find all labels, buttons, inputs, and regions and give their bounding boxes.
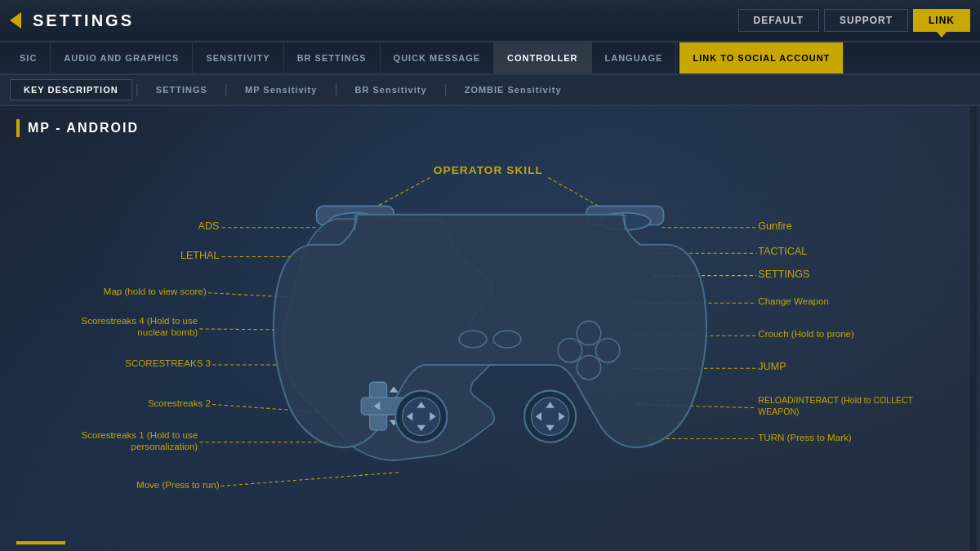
label-reload-1: RELOAD/INTERACT (Hold to COLLECT [758,395,913,405]
label-reload-2: WEAPON) [758,407,799,416]
subtab-mp-sensitivity[interactable]: MP Sensitivity [231,79,331,100]
label-operator-skill: OPERATOR SKILL [434,164,543,176]
separator-3: | [334,82,337,97]
controller-body [274,206,706,460]
tab-language[interactable]: LANGUAGE [592,42,677,73]
label-map: Map (hold to view score) [104,287,207,296]
support-button[interactable]: SUPPORT [824,9,908,32]
label-ads: ADS [198,220,220,232]
back-icon [10,12,21,29]
label-scorestreaks1-1: Scorestreaks 1 (Hold to use [82,430,198,440]
label-jump: JUMP [758,361,786,372]
subtab-zombie-sensitivity[interactable]: ZOMBIE Sensitivity [451,79,576,100]
tab-quick-message[interactable]: QUICK MESSAGE [381,42,495,73]
label-crouch: Crouch (Hold to prone) [758,329,854,339]
label-turn: TURN (Press to Mark) [758,433,851,442]
separator-1: | [136,82,139,97]
svg-line-9 [221,473,400,487]
sub-tabs: KEY DESCRIPTION | SETTINGS | MP Sensitiv… [0,75,980,106]
svg-point-40 [577,321,600,344]
separator-4: | [444,82,448,97]
nav-tabs: SIC AUDIO AND GRAPHICS SENSITIVITY BR SE… [0,42,980,75]
tab-sensitivity[interactable]: SENSITIVITY [193,42,283,73]
tab-audio[interactable]: AUDIO AND GRAPHICS [51,42,193,73]
label-scorestreaks4-2: nuclear bomb) [137,327,198,337]
subtab-key-description[interactable]: KEY DESCRIPTION [10,79,132,100]
label-scorestreaks3: SCORESTREAKS 3 [125,358,211,368]
label-gunfire: Gunfire [758,220,791,232]
tab-sic[interactable]: SIC [7,42,51,73]
section-title-text: MP - ANDROID [28,121,139,136]
subtab-br-sensitivity[interactable]: BR Sensitivity [341,79,441,100]
page-title: SETTINGS [33,11,134,30]
svg-point-42 [577,355,600,379]
separator-2: | [225,82,228,97]
main-content: MP - ANDROID OPERATOR SKILL ADS LETHAL M… [0,106,980,551]
tab-controller[interactable]: CONTROLLER [494,42,591,73]
label-change-weapon: Change Weapon [758,296,829,306]
label-settings: SETTINGS [758,269,809,280]
header: SETTINGS DEFAULT SUPPORT LINK [0,0,980,42]
controller-area: OPERATOR SKILL ADS LETHAL Map (hold to v… [16,150,964,528]
label-move: Move (Press to run) [136,480,220,490]
svg-point-45 [493,331,521,348]
section-title: MP - ANDROID [16,119,964,137]
svg-point-44 [459,331,487,348]
controller-diagram: OPERATOR SKILL ADS LETHAL Map (hold to v… [16,150,964,528]
title-bar-accent [16,119,20,137]
label-tactical: TACTICAL [758,246,807,257]
default-button[interactable]: DEFAULT [738,9,819,32]
header-buttons: DEFAULT SUPPORT LINK [738,9,970,32]
svg-point-43 [558,338,581,362]
label-scorestreaks4-1: Scorestreaks 4 (Hold to use [82,316,198,326]
link-button[interactable]: LINK [913,9,970,32]
tab-link-social[interactable]: LINK TO SOCIAL ACCOUNT [679,42,844,73]
back-button[interactable]: SETTINGS [10,11,134,30]
svg-point-41 [595,338,619,362]
label-scorestreaks1-2: personalization) [131,442,198,451]
tab-br-settings[interactable]: BR SETTINGS [284,42,381,73]
subtab-settings[interactable]: SETTINGS [142,79,221,100]
label-lethal: LETHAL [180,250,220,261]
label-scorestreaks2: Scorestreaks 2 [148,398,211,408]
